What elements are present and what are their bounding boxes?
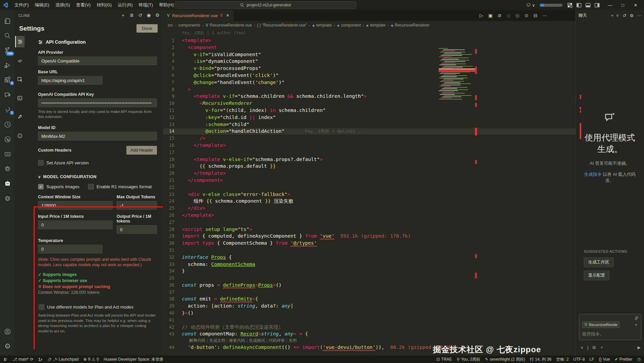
timeline-icon[interactable] [0,117,15,132]
code-line[interactable]: 36const props = defineProps<Props>() [163,282,575,289]
run-next-icon[interactable]: ◎ [515,13,519,18]
minimap[interactable] [439,48,475,103]
ai-code-action[interactable]: 解释代码 [189,338,205,343]
tab-recursiverenderer[interactable]: V RecursiveRenderer.vue 9 ✕ [163,10,234,21]
command-center-search[interactable]: project2-nl2ui-generator [175,1,356,9]
extensions-icon[interactable]: 5 [0,73,15,87]
ai-code-action[interactable]: 代码评审 [269,338,285,343]
more-actions-button[interactable]: ⋯ [542,13,547,18]
code-line[interactable]: 26</template> [163,212,575,219]
attach-file-icon[interactable] [634,316,638,321]
eol-item[interactable]: LF [590,357,594,362]
chat-dropdown-icon[interactable]: 🗩 ∨ [526,3,535,8]
toggle-panel-icon[interactable] [586,3,591,8]
tools-grid-icon[interactable]: ⊞ [592,345,596,350]
code-line[interactable]: 15 /> [163,135,575,142]
code-line[interactable]: 10 <RecursiveRenderer [163,100,575,107]
done-button[interactable]: Done [136,24,158,33]
repo-graph-icon[interactable] [0,132,15,147]
prettier-item[interactable]: ✔Prettier [615,357,633,362]
menu-item[interactable]: 选择(S) [52,1,73,9]
menu-item[interactable]: 转到(G) [94,1,115,9]
code-line[interactable]: 4 :is="dynamicComponent" [163,58,575,65]
code-line[interactable]: 35 [163,275,575,282]
run-button[interactable]: ▷ [480,13,483,18]
references-icon[interactable]: ⊘ [498,13,502,18]
add-context-icon[interactable]: ＋ [634,322,638,328]
outprice-input[interactable] [117,225,157,234]
trae-item[interactable]: ⊡TRAE [437,357,452,362]
chevron-down-icon[interactable]: ∨ [38,175,41,179]
model-picker-icon[interactable]: ǰ [588,345,589,350]
breadcrumb-item[interactable]: { } "RecursiveRenderer.vue" [257,23,307,28]
suggested-action-button[interactable]: 显示配置 [584,271,609,280]
subnav-about-icon[interactable] [15,130,25,142]
breadcrumb-item[interactable]: ◈component [337,23,361,28]
committer-item[interactable]: ✎sevenNight (2 周前) [485,357,525,362]
problems-item[interactable]: ⊗ 9 ⚠ 0 [83,357,99,362]
indent-item[interactable]: 空格: 2 [556,357,568,362]
breadcrumb-item[interactable]: components [178,23,200,28]
subnav-browser-icon[interactable] [15,74,25,85]
send-button[interactable]: ▶ [638,345,641,350]
tab-close-icon[interactable]: ✕ [226,13,230,18]
chat-settings-icon[interactable]: ⚙ [630,13,634,18]
author-item[interactable]: ⚲You, 2周前 [457,357,480,362]
code-line[interactable]: 2 <component [163,44,575,51]
model-config-title[interactable]: MODEL CONFIGURATION [43,174,96,179]
code-line[interactable]: 38const emit = defineEmits<{ [163,295,575,302]
subnav-features-icon[interactable] [15,111,25,123]
history-icon[interactable]: ↺ [138,12,142,18]
source-graph-icon[interactable]: 10K [0,43,15,58]
account-icon[interactable] [0,324,15,339]
suggested-action-button[interactable]: 生成工作区 [584,257,614,267]
code-line[interactable]: 14 @action="handleChildAction"You, 2周前 •… [163,128,575,135]
menu-item[interactable]: 文件(F) [11,1,32,9]
code-line[interactable]: 23 <div v-else class="error-fallback"> [163,191,575,198]
gitlens-blame-header[interactable]: You, 2周前 | 1 author (You) [163,30,575,37]
new-chat-icon[interactable]: ＋ ∨ [610,12,619,18]
code-line[interactable]: 40}>() [163,310,575,317]
code-line[interactable]: 19 {{ schema.props.default }} [163,163,575,170]
chat-more-icon[interactable]: ⋯ [637,13,641,18]
code-line[interactable]: 39 action: [action: string, data?: any] [163,302,575,310]
azure-checkbox[interactable] [38,160,44,166]
modelid-input[interactable] [38,132,157,140]
context-chip[interactable]: V RecursiveRende [582,321,620,328]
menu-item[interactable]: 运行(R) [115,1,135,9]
remote-indicator[interactable] [3,357,8,362]
code-line[interactable]: 12 :key="child.id || index" [163,114,575,121]
language-mode-item[interactable]: {}Vue [599,357,610,362]
breadcrumb-item[interactable]: ◈template [312,23,332,28]
code-line[interactable]: 20 </template> [163,170,575,177]
run-all-icon[interactable]: ⊙ [525,13,529,18]
package-icon[interactable]: ▣ [488,13,493,18]
split-editor-button[interactable]: ⊟ [533,13,537,18]
subnav-general-icon[interactable] [15,55,25,66]
code-line[interactable]: 18 <template v-else-if="schema.props?.de… [163,156,575,163]
provider-select[interactable]: OpenAI Compatible [38,56,157,65]
mcp-servers-icon[interactable]: ≣ [130,12,134,18]
customize-layout-icon[interactable] [567,3,572,8]
cline-view-icon[interactable]: 1 [0,102,15,117]
ai-code-action[interactable]: 关闭 [289,338,297,343]
ai-robot-icon[interactable] [0,176,15,191]
cline-settings-gear-icon[interactable]: ⚙ [155,12,160,18]
inprice-input[interactable] [38,220,113,229]
symbols-icon[interactable]: ◇ [507,13,511,18]
code-line[interactable]: 42// 动态组件映射（文章中的动态渲染器实现） [163,324,575,331]
breadcrumb[interactable]: src›components›VRecursiveRenderer.vue›{ … [163,21,575,30]
code-line[interactable]: 13 :schema="child" [163,121,575,128]
code-area[interactable]: You, 2周前 | 1 author (You) 1<template>2 <… [163,30,575,351]
code-line[interactable]: 29import { computed, defineAsyncComponen… [163,233,575,240]
baseurl-input[interactable] [38,76,103,85]
code-line[interactable]: 9 <template v-if="schema.children && sch… [163,93,575,100]
code-line[interactable]: 41 [163,317,575,324]
code-line[interactable]: 5 v-bind="processedProps" [163,65,575,72]
git-branch-item[interactable]: ⎇ main* ⟳ [12,357,34,362]
code-line[interactable]: 37 [163,289,575,296]
code-line[interactable]: 1<template> [163,37,575,44]
search-view-icon[interactable] [0,28,15,43]
settings-gear-icon[interactable]: ⚙ [0,339,15,354]
apikey-input[interactable]: ••••••••••••••••••••••••••••••••••••••••… [38,98,157,107]
